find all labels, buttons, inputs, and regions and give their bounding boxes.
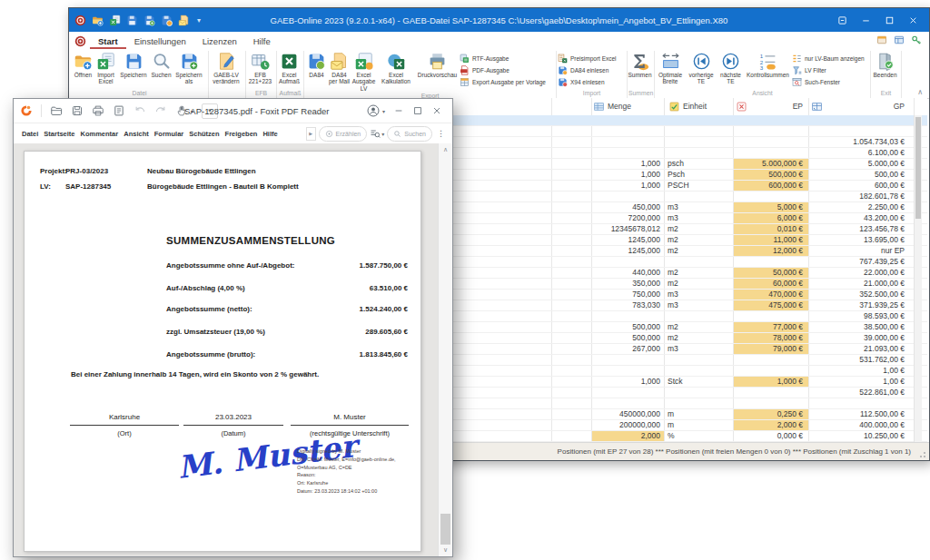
ribbon-button-pdf-ausgabe[interactable]: PDF-Ausgabe xyxy=(460,65,553,75)
ribbon-button-rtf-ausgabe[interactable]: RTF-Ausgabe xyxy=(460,54,553,64)
menu-kommentar[interactable]: Kommentar xyxy=(78,130,122,138)
gp-column-header[interactable]: GP xyxy=(809,102,905,111)
search-button[interactable]: Suchen xyxy=(387,126,432,142)
summary-value: 1.813.845,60 € xyxy=(360,350,408,359)
ribbon-button-da84[interactable]: DA84 xyxy=(305,51,328,78)
ribbon-button-summen[interactable]: Summen xyxy=(628,51,651,78)
panel-icon[interactable] xyxy=(876,34,887,45)
pdf-vertical-scrollbar[interactable]: ∧ ∨ xyxy=(438,143,452,556)
export-document-icon[interactable] xyxy=(113,104,125,117)
narrate-button[interactable]: Erzählen xyxy=(319,126,368,142)
redo-icon[interactable] xyxy=(154,104,167,117)
ribbon-tab-lizenzen[interactable]: Lizenzen xyxy=(194,34,245,49)
ribbon-button-da84-per-mail[interactable]: DA84 per Mail xyxy=(328,51,351,85)
qat-chevron-down-icon[interactable]: ▾ xyxy=(197,16,201,25)
ribbon-button-excel-aufmass[interactable]: Excel Aufmaß xyxy=(278,51,301,85)
menu-datei[interactable]: Datei xyxy=(19,130,41,138)
ribbon-tab-einstellungen[interactable]: Einstellungen xyxy=(126,34,194,49)
minimize-button[interactable] xyxy=(856,12,876,28)
einheit-column-header[interactable]: Einheit xyxy=(683,102,707,111)
ribbon-button-kontrollsummen[interactable]: 123Kontrollsummen xyxy=(744,51,792,78)
scrollbar-thumb[interactable] xyxy=(915,117,921,219)
cell-ep: 11,000 € xyxy=(734,235,806,245)
resize-grip[interactable] xyxy=(919,450,927,458)
ribbon-button-vorherige-te[interactable]: vorherige TE xyxy=(685,51,717,85)
qat-open-icon[interactable] xyxy=(92,15,104,26)
search-tools-button[interactable]: ▾ xyxy=(370,128,384,139)
account-caret-icon[interactable]: ▾ xyxy=(382,108,385,114)
ribbon-button-excel-ausgabe-lv[interactable]: Excel Ausgabe LV xyxy=(351,51,377,92)
ribbon-tab-start[interactable]: Start xyxy=(90,34,126,49)
gaeb-logo-icon[interactable] xyxy=(74,35,86,47)
cell-einheit: PSCH xyxy=(668,181,731,191)
ribbon-button-speichern-als[interactable]: Speichern als xyxy=(173,51,205,85)
cell-ep: 5,000 € xyxy=(734,202,806,212)
ribbon-button-such-fenster[interactable]: Such-Fenster xyxy=(792,77,867,87)
menge-column-header[interactable]: Menge xyxy=(608,102,631,111)
menu-startseite[interactable]: Startseite xyxy=(41,130,77,138)
cell-gp: 38.500,00 € xyxy=(809,322,905,332)
foxit-logo-icon[interactable] xyxy=(20,104,33,117)
ribbon-button-beenden[interactable]: Beenden xyxy=(872,51,898,78)
cell-menge: 1,000 xyxy=(591,181,664,191)
menubar-right-tools: ▶ Erzählen ▾ Suchen ⋮ xyxy=(306,126,447,142)
scrollbar-thumb[interactable] xyxy=(440,514,450,545)
undo-icon[interactable] xyxy=(134,104,146,117)
ribbon-button-druckvorschau[interactable]: Druckvorschau xyxy=(415,51,460,78)
summary-label: Angebotssumme (brutto): xyxy=(166,350,255,359)
maximize-button[interactable] xyxy=(879,12,900,28)
ribbon-button-nur-lv-baum-anzeigen[interactable]: nur LV-Baum anzeigen xyxy=(792,54,867,64)
desktop: ▾ GAEB-Online 2023 (9.2.0.1-x64) - GAEB-… xyxy=(0,0,930,560)
license-key-icon[interactable] xyxy=(911,34,922,45)
ep-column-header[interactable]: EP xyxy=(734,102,803,111)
ribbon-button-lv-filter[interactable]: LV Filter xyxy=(792,65,867,75)
ribbon-button-offnen[interactable]: Öffnen xyxy=(72,51,94,78)
window-layout-icon[interactable] xyxy=(894,34,905,45)
projekt-id: PRJ-03/2023 xyxy=(65,167,108,175)
ribbon-tab-hilfe[interactable]: Hilfe xyxy=(245,34,279,49)
cell-gp: 1,00 € xyxy=(809,366,905,376)
qat-import-excel-icon[interactable] xyxy=(109,15,121,26)
table-vertical-scrollbar[interactable] xyxy=(914,115,922,442)
ribbon-button-suchen[interactable]: Suchen xyxy=(150,51,173,78)
ribbon-button-da84-einlesen[interactable]: DA84 einlesen xyxy=(558,65,624,75)
close-button[interactable] xyxy=(428,103,446,119)
ribbon-corner-icons xyxy=(876,34,922,45)
qat-save-as-icon[interactable] xyxy=(143,15,155,26)
maximize-button[interactable] xyxy=(409,103,427,119)
scroll-up-icon[interactable]: ∧ xyxy=(439,146,452,153)
dock-window-button[interactable] xyxy=(832,12,853,28)
more-options-icon[interactable]: ⋮ xyxy=(435,129,447,138)
ribbon-button-excel-kalkulation[interactable]: Excel Kalkulation xyxy=(377,51,415,85)
scroll-down-icon[interactable]: ∨ xyxy=(439,546,452,554)
nachste-te-icon xyxy=(721,52,740,71)
menu-formular[interactable]: Formular xyxy=(152,130,187,138)
ribbon-button-import-excel[interactable]: Import Excel xyxy=(94,51,117,85)
ribbon-button-efb-221-223[interactable]: EFB 221+223 xyxy=(247,51,273,85)
close-button[interactable] xyxy=(903,12,924,28)
menu-ansicht[interactable]: Ansicht xyxy=(121,130,152,138)
ribbon-button-preisimport-excel[interactable]: Preisimport Excel xyxy=(558,54,624,64)
ribbon-button-speichern[interactable]: Speichern xyxy=(117,51,150,78)
ribbon-button-gaeb-lv-verandern[interactable]: GAEB-LV verändern xyxy=(210,51,242,85)
menu-hilfe[interactable]: Hilfe xyxy=(260,130,280,138)
ribbon-button-nachste-te[interactable]: nächste TE xyxy=(717,51,744,85)
save-icon[interactable] xyxy=(71,104,84,117)
account-icon[interactable] xyxy=(366,103,381,118)
qat-save-icon[interactable] xyxy=(126,15,138,26)
print-icon[interactable] xyxy=(92,104,104,117)
qat-da84-icon[interactable] xyxy=(161,15,173,26)
minimize-button[interactable] xyxy=(390,103,408,119)
menu-schutzen[interactable]: Schützen xyxy=(186,130,222,138)
ribbon-button-x94-einlesen[interactable]: X94 einlesen xyxy=(558,77,624,87)
ribbon-button-export-ausgabe-per-vorlage[interactable]: Export Ausgabe per Vorlage xyxy=(460,77,553,87)
druckvorschau-icon xyxy=(428,52,447,71)
cell-ep: 500,000 € xyxy=(734,170,806,180)
vorherige-te-icon xyxy=(692,52,711,71)
expand-toolbar-icon[interactable]: ▶ xyxy=(306,127,316,141)
open-file-icon[interactable] xyxy=(50,104,63,117)
qat-mail-icon[interactable] xyxy=(178,15,190,26)
ribbon-button-optimale-breite[interactable]: Optimale Breite xyxy=(656,51,685,85)
menu-freigeben[interactable]: Freigeben xyxy=(223,130,261,138)
gaeb-app-icon[interactable] xyxy=(74,15,86,26)
